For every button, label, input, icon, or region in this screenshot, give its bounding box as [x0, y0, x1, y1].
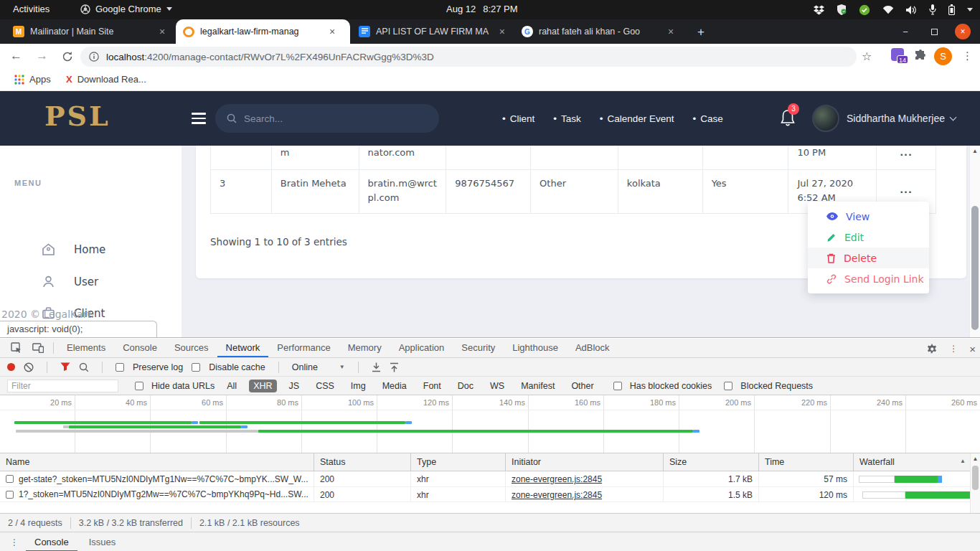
- devtools-menu-kebab-icon[interactable]: ⋮: [949, 344, 958, 354]
- nav-client[interactable]: •Client: [502, 113, 534, 124]
- filter-input[interactable]: [7, 380, 118, 392]
- column-header-size[interactable]: Size: [664, 453, 759, 471]
- close-tab-icon[interactable]: ×: [498, 26, 507, 37]
- app-search[interactable]: [215, 104, 439, 133]
- nav-task[interactable]: •Task: [553, 113, 581, 124]
- devtools-tab-sources[interactable]: Sources: [166, 339, 217, 357]
- row-actions-button[interactable]: ...: [877, 146, 936, 169]
- tab-legalkart-active[interactable]: legalkart-law-firm-manag ×: [176, 19, 350, 44]
- user-menu[interactable]: Siddhartha Mukherjee: [847, 113, 956, 124]
- hide-data-urls-checkbox[interactable]: [135, 382, 143, 390]
- filter-type-doc[interactable]: Doc: [453, 380, 478, 392]
- network-scrollbar[interactable]: ▲: [970, 453, 980, 513]
- has-blocked-cookies-checkbox[interactable]: [613, 382, 622, 390]
- settings-gear-icon[interactable]: [927, 344, 938, 354]
- throttling-select[interactable]: Online: [292, 362, 318, 372]
- filter-type-manifest[interactable]: Manifest: [517, 380, 559, 392]
- drawer-kebab-icon[interactable]: ⋮: [6, 537, 23, 547]
- drawer-tab-console[interactable]: Console: [26, 532, 77, 551]
- devtools-tab-application[interactable]: Application: [390, 339, 453, 357]
- filter-type-ws[interactable]: WS: [486, 380, 509, 392]
- back-button[interactable]: ←: [10, 49, 22, 63]
- network-search-icon[interactable]: [79, 362, 89, 372]
- network-request-row[interactable]: get-state?_stoken=MTU5NzI0NDIyMTg1Nw==%7…: [0, 471, 980, 487]
- app-menu-button[interactable]: Google Chrome: [80, 4, 172, 14]
- user-avatar[interactable]: [812, 105, 839, 132]
- column-header-initiator[interactable]: Initiator: [506, 453, 664, 471]
- browser-menu-kebab-icon[interactable]: ⋮: [962, 50, 973, 62]
- column-header-type[interactable]: Type: [411, 453, 506, 471]
- sidebar-item-user[interactable]: User: [0, 265, 182, 298]
- reload-button[interactable]: [62, 51, 73, 62]
- blocked-requests-checkbox[interactable]: [724, 382, 732, 390]
- page-scrollbar[interactable]: ▲: [969, 146, 980, 337]
- devtools-tab-adblock[interactable]: AdBlock: [567, 339, 618, 357]
- disable-cache-checkbox[interactable]: [192, 363, 200, 372]
- column-header-status[interactable]: Status: [314, 453, 411, 471]
- tab-mailinator[interactable]: M Mailinator | Main Site ×: [6, 19, 174, 44]
- column-header-waterfall[interactable]: Waterfall▲: [854, 453, 980, 471]
- devtools-tab-lighthouse[interactable]: Lighthouse: [504, 339, 567, 357]
- info-icon[interactable]: [89, 52, 99, 62]
- table-row-partial[interactable]: m nator.com 10 PM ...: [210, 146, 936, 170]
- filter-type-xhr[interactable]: XHR: [249, 380, 276, 392]
- column-header-time[interactable]: Time: [759, 453, 854, 471]
- filter-type-media[interactable]: Media: [378, 380, 411, 392]
- profile-avatar[interactable]: S: [934, 47, 952, 65]
- request-checkbox[interactable]: [6, 491, 14, 499]
- sidebar-item-home[interactable]: Home: [0, 233, 182, 265]
- filter-type-js[interactable]: JS: [285, 380, 304, 392]
- scroll-up-icon[interactable]: ▲: [970, 146, 980, 154]
- network-overview-timeline[interactable]: 20 ms 40 ms 60 ms 80 ms 100 ms 120 ms 14…: [0, 395, 980, 453]
- network-request-row[interactable]: 1?_stoken=MTU5NzI0NDIyMTg2Mw==%7C%7C~bmp…: [0, 487, 980, 502]
- scrollbar-thumb[interactable]: [972, 466, 979, 490]
- bookmark-star-icon[interactable]: ☆: [862, 50, 872, 63]
- new-tab-button[interactable]: +: [697, 25, 705, 39]
- record-button[interactable]: [7, 363, 15, 371]
- extensions-puzzle-icon[interactable]: [914, 50, 927, 62]
- address-bar[interactable]: localhost:4200/manage-contact/RWvOr7L%2F…: [80, 47, 857, 67]
- nav-case[interactable]: •Case: [693, 113, 723, 124]
- devtools-tab-memory[interactable]: Memory: [339, 339, 390, 357]
- close-tab-icon[interactable]: ×: [158, 26, 166, 37]
- tab-api-list[interactable]: API LIST OF LAW FIRM MA ×: [352, 19, 512, 44]
- drawer-tab-issues[interactable]: Issues: [80, 532, 125, 551]
- window-restore-button[interactable]: [926, 24, 942, 39]
- devtools-tab-performance[interactable]: Performance: [268, 339, 339, 357]
- nav-calender-event[interactable]: •Calender Event: [600, 113, 674, 124]
- filter-type-font[interactable]: Font: [419, 380, 446, 392]
- scroll-up-icon[interactable]: ▲: [971, 453, 980, 462]
- psl-logo[interactable]: PSL: [44, 100, 110, 132]
- filter-type-other[interactable]: Other: [567, 380, 598, 392]
- menu-item-delete[interactable]: Delete: [808, 248, 929, 268]
- filter-type-css[interactable]: CSS: [311, 380, 339, 392]
- import-har-icon[interactable]: [372, 362, 381, 372]
- hamburger-menu-icon[interactable]: [192, 113, 206, 124]
- system-tray[interactable]: [814, 0, 973, 19]
- filter-type-img[interactable]: Img: [347, 380, 370, 392]
- request-initiator-link[interactable]: zone-evergreen.js:2845: [512, 490, 602, 500]
- bookmark-download[interactable]: X Download Rea...: [66, 74, 146, 85]
- os-clock[interactable]: Aug 12 8:27 PM: [446, 4, 518, 14]
- forward-button[interactable]: →: [36, 49, 48, 63]
- apps-shortcut[interactable]: Apps: [14, 74, 51, 85]
- tab-google-search[interactable]: G rahat fateh ali khan - Goo ×: [514, 19, 687, 44]
- column-header-name[interactable]: Name: [0, 453, 314, 471]
- activities-button[interactable]: Activities: [13, 4, 50, 14]
- close-tab-icon[interactable]: ×: [666, 26, 675, 37]
- menu-item-view[interactable]: View: [808, 206, 929, 227]
- filter-funnel-icon[interactable]: [60, 362, 70, 372]
- export-har-icon[interactable]: [390, 362, 399, 372]
- menu-item-edit[interactable]: Edit: [808, 227, 929, 248]
- close-tab-icon[interactable]: ×: [328, 26, 336, 37]
- devtools-tab-console[interactable]: Console: [114, 339, 166, 357]
- clear-button[interactable]: [24, 362, 34, 372]
- filter-type-all[interactable]: All: [222, 380, 241, 392]
- window-minimize-button[interactable]: −: [897, 24, 913, 39]
- devtools-close-icon[interactable]: ×: [969, 343, 976, 355]
- devtools-tab-elements[interactable]: Elements: [58, 339, 114, 357]
- inspect-element-icon[interactable]: [6, 342, 27, 354]
- preserve-log-checkbox[interactable]: [116, 363, 124, 372]
- devtools-tab-security[interactable]: Security: [453, 339, 504, 357]
- request-checkbox[interactable]: [6, 475, 14, 483]
